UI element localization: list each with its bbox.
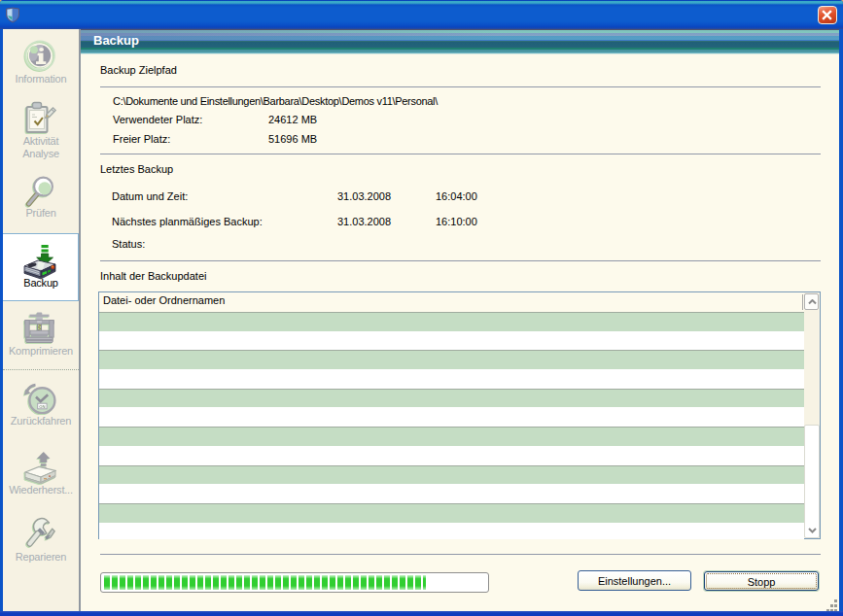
svg-text:ON: ON bbox=[39, 404, 45, 409]
